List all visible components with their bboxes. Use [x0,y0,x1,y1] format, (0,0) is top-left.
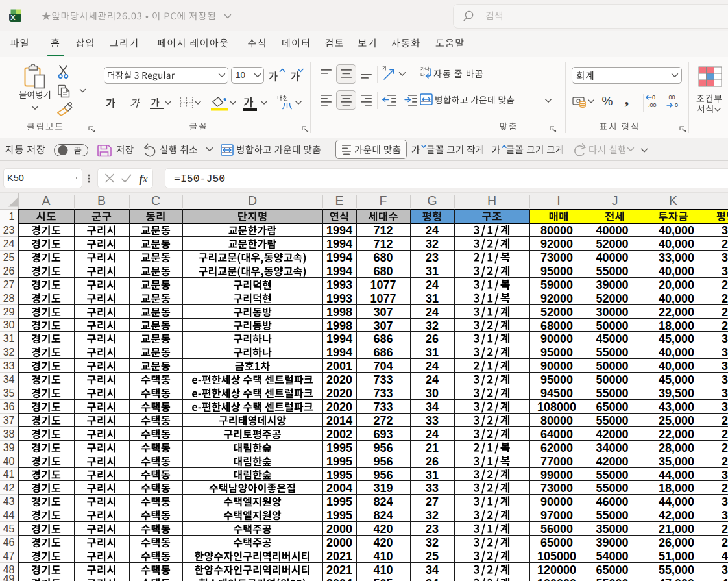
svg-text:.00: .00 [667,94,675,101]
svg-text:0: 0 [675,102,678,108]
svg-text:X: X [10,14,16,21]
svg-text:.00: .00 [648,102,657,108]
svg-text:0: 0 [652,94,655,101]
